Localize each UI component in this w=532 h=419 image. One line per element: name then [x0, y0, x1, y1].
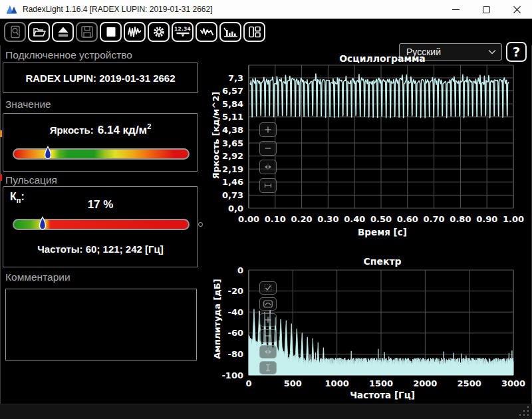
svg-text:2,92: 2,92	[222, 151, 243, 161]
svg-text:0: 0	[245, 378, 251, 388]
line-chart-icon	[199, 25, 215, 39]
svg-text:0,0: 0,0	[228, 204, 243, 213]
spec-vertical-scale-button[interactable]	[259, 361, 277, 374]
eject-button[interactable]	[52, 22, 74, 42]
oscillogram-view-button[interactable]	[124, 22, 146, 42]
svg-text:3,65: 3,65	[222, 138, 243, 148]
pulsation-panel-box: Кп: 17 % Частоты: 60; 121; 242 [Гц]	[3, 186, 198, 267]
save-button[interactable]	[76, 22, 98, 42]
zoom-button[interactable]	[4, 22, 26, 42]
statusbar	[0, 404, 532, 419]
svg-text:1,46: 1,46	[222, 177, 243, 187]
svg-text:5,84: 5,84	[222, 99, 243, 109]
svg-text:1.00: 1.00	[503, 214, 524, 224]
stop-icon	[104, 25, 118, 39]
spec-zoom-in-button[interactable]	[259, 313, 277, 327]
layout-icon	[247, 25, 262, 39]
svg-text:0.90: 0.90	[476, 214, 497, 224]
titlebar: RadexLight 1.16.4 [RADEX LUPIN: 2019-01-…	[0, 0, 532, 19]
svg-text:-40: -40	[228, 307, 244, 317]
open-folder-icon	[32, 25, 47, 39]
oscillogram-xlabel: Время [с]	[249, 227, 515, 237]
osc-zoom-in-button[interactable]	[259, 122, 277, 137]
svg-text:6,57: 6,57	[222, 86, 243, 96]
brightness-scale-bar	[13, 148, 190, 160]
fit-arrows-icon	[264, 348, 272, 356]
device-name: RADEX LUPIN: 2019-01-31 2662	[3, 72, 198, 84]
spectrum-chart[interactable]: 0-20-40-60-80-10005001000150020002500300…	[206, 251, 529, 402]
spectrum-ylabel: Амплитуда [дБ]	[212, 246, 222, 392]
vertical-range-icon	[264, 364, 272, 372]
app-window: { "window": { "title": "RadexLight 1.16.…	[0, 0, 532, 419]
resize-grip[interactable]	[519, 406, 529, 416]
close-button[interactable]	[501, 0, 532, 19]
splitter-handle[interactable]	[198, 222, 203, 227]
svg-text:-20: -20	[228, 286, 244, 296]
pulsation-marker-icon	[39, 216, 47, 232]
comments-textarea[interactable]	[5, 289, 197, 360]
layout-panels-button[interactable]	[243, 22, 265, 42]
horizontal-range-icon	[264, 182, 272, 190]
open-file-button[interactable]	[28, 22, 50, 42]
svg-text:0.00: 0.00	[238, 214, 259, 224]
svg-text:-80: -80	[228, 349, 244, 359]
edge-marker-orange	[0, 130, 2, 137]
app-icon	[6, 4, 18, 15]
minimize-icon	[452, 9, 460, 10]
floppy-save-icon	[80, 25, 94, 39]
gear-icon	[152, 25, 166, 39]
spec-select-check-button[interactable]	[259, 281, 277, 295]
svg-text:1500: 1500	[369, 378, 393, 388]
brightness-value: 6.14 кд/м2	[98, 122, 152, 137]
kp-value: 17 %	[3, 198, 198, 211]
device-panel-header: Подключенное устройство	[5, 49, 132, 61]
oscillogram-chart[interactable]: 7,36,575,845,114,383,652,922,191,460,730…	[206, 48, 529, 226]
settings-button[interactable]	[148, 22, 170, 42]
waveform-chart-button[interactable]	[196, 22, 217, 42]
frequencies-text: Частоты: 60; 121; 242 [Гц]	[3, 243, 198, 255]
svg-text:0.60: 0.60	[397, 214, 418, 224]
minimize-button[interactable]	[440, 0, 471, 19]
minus-icon	[264, 144, 272, 152]
numeric-display-button[interactable]: 12.34	[172, 22, 194, 42]
oscillogram-ylabel: Яркость [кд/м^2]	[211, 63, 221, 209]
svg-text:-100: -100	[221, 370, 243, 380]
osc-horizontal-scale-button[interactable]	[259, 178, 277, 193]
svg-text:0.20: 0.20	[291, 214, 313, 224]
fit-arrows-icon	[264, 163, 272, 171]
edge-marker-red	[0, 174, 2, 181]
maximize-button[interactable]	[471, 0, 501, 19]
spectrum-xlabel: Частота [Гц]	[249, 390, 515, 400]
minus-icon	[264, 332, 272, 340]
device-panel-box: RADEX LUPIN: 2019-01-31 2662	[3, 63, 198, 93]
plus-icon	[264, 126, 272, 134]
close-icon	[513, 6, 521, 13]
osc-fit-view-button[interactable]	[259, 160, 277, 174]
svg-text:1000: 1000	[325, 378, 349, 388]
spec-zoom-out-button[interactable]	[259, 329, 277, 343]
svg-text:0.50: 0.50	[370, 214, 392, 224]
svg-text:0: 0	[237, 265, 243, 275]
plus-icon	[264, 316, 272, 324]
osc-zoom-out-button[interactable]	[259, 141, 277, 156]
stop-button[interactable]	[100, 22, 122, 42]
magnifier-icon	[8, 25, 23, 39]
bar-chart-icon	[223, 25, 239, 39]
spec-envelope-button[interactable]	[259, 297, 277, 311]
spec-fit-view-button[interactable]	[259, 345, 277, 358]
toolbar: 12.34 Русский ?	[0, 19, 532, 45]
svg-text:-60: -60	[228, 328, 244, 338]
svg-text:500: 500	[284, 378, 302, 388]
check-icon	[264, 284, 272, 292]
svg-text:0.70: 0.70	[424, 214, 445, 224]
pulsation-panel-header: Пульсация	[5, 174, 57, 186]
svg-text:0.40: 0.40	[344, 214, 365, 224]
brightness-label: Яркость:	[50, 124, 94, 136]
svg-text:0.30: 0.30	[317, 214, 338, 224]
brightness-readout: Яркость: 6.14 кд/м2	[3, 122, 198, 137]
spectrum-chart-button[interactable]	[219, 22, 241, 42]
envelope-curve-icon	[263, 300, 273, 308]
svg-text:0.80: 0.80	[450, 214, 471, 224]
meter-icon-text: 12.34	[174, 27, 191, 32]
svg-text:2000: 2000	[413, 378, 437, 388]
